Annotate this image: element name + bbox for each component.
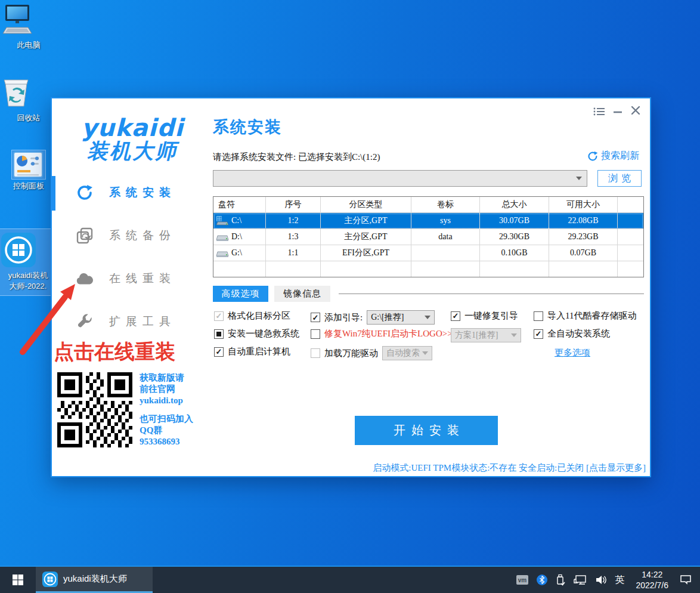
minimize-icon[interactable] [614,111,622,113]
checkbox-checked-icon[interactable]: ✓ [214,347,224,357]
nav-system-backup[interactable]: 系统备份 [52,224,213,248]
option-load-driver: 加载万能驱动 自动搜索 [311,346,432,360]
checkbox-unchecked-icon[interactable] [311,329,320,339]
usb-tray-icon[interactable] [556,574,565,586]
image-file-select[interactable] [213,170,587,187]
control-panel-icon [12,150,45,179]
option-add-boot[interactable]: ✓ 添加引导: G:\[推荐] [311,310,435,325]
option-fix-boot[interactable]: ✓ 一键修复引导 [451,310,518,322]
boot-drive-select[interactable]: G:\[推荐] [367,310,435,325]
windows-logo-icon [13,575,23,585]
action-center-icon[interactable] [680,575,692,585]
chevron-down-icon [576,177,582,180]
desktop-icon-label: 回收站 [17,113,41,122]
disk-drive-icon [216,231,229,242]
plan-select: 方案1[推荐] [451,328,521,342]
disk-drive-icon [216,248,229,258]
option-format-partition[interactable]: ✓ 格式化目标分区 [214,310,290,322]
qr-caption-qq: 也可扫码加入 QQ群 953368693 [140,413,193,447]
close-icon[interactable] [631,106,640,115]
tab-image-info[interactable]: 镜像信息 [274,286,330,302]
desktop-icon-label: 此电脑 [17,41,41,50]
menu-icon[interactable] [593,107,605,116]
bluetooth-icon[interactable] [537,575,547,585]
divider [339,294,644,294]
nav-system-install[interactable]: 系统安装 [52,181,213,205]
table-row-d-drive[interactable]: D:\ 1:3 主分区,GPT data 29.30GB 29.23GB [213,229,643,245]
checkbox-indeterminate-icon[interactable] [214,329,224,339]
qq-qr-code [55,370,135,450]
option-rescue-system[interactable]: 安装一键急救系统 [214,328,299,339]
table-empty-row [213,261,643,277]
checkbox-checked-icon[interactable]: ✓ [451,311,460,321]
page-title: 系统安装 [213,116,282,138]
windows-drive-icon [216,215,229,226]
yukaidi-app-icon [0,231,56,268]
select-file-label: 请选择系统安装文件: 已选择安装到C:\(1:2) [213,152,380,163]
more-options-link[interactable]: 更多选项 [555,347,590,359]
taskbar: yukaidi装机大师 vm [0,566,700,593]
search-refresh-button[interactable]: 搜索刷新 [587,150,639,162]
annotation-text: 点击在线重装 [54,338,175,366]
checkbox-unchecked-icon[interactable] [534,311,543,321]
system-tray: vm [512,567,700,593]
vmware-tray-icon[interactable]: vm [516,575,528,585]
table-row-g-drive[interactable]: G:\ 1:1 EFI分区,GPT 0.10GB 0.07GB [213,245,643,261]
desktop-icon-recycle-bin[interactable]: 回收站 [1,75,57,123]
wrench-icon [76,313,94,331]
driver-search-select: 自动搜索 [382,346,432,360]
yukaidi-app-icon [42,571,58,588]
start-install-button[interactable]: 开始安装 [355,416,498,445]
network-icon[interactable] [574,575,587,585]
clock-date: 2022/7/6 [636,580,669,591]
volume-icon[interactable] [595,575,607,585]
option-full-auto[interactable]: ✓ 全自动安装系统 [534,328,610,339]
cloud-icon [76,270,94,288]
browse-button[interactable]: 浏览 [597,170,642,187]
desktop-icon-label: 控制面板 [13,181,44,190]
nav-online-reinstall[interactable]: 在线重装 [52,267,213,291]
backup-icon [76,227,94,245]
option-plan-select: 方案1[推荐] [451,328,521,342]
tab-advanced-options[interactable]: 高级选项 [213,286,268,302]
clock-time: 14:22 [636,569,669,580]
option-auto-restart[interactable]: ✓ 自动重启计算机 [214,346,290,357]
nav-extended-tools[interactable]: 扩展工具 [52,310,213,333]
ime-indicator[interactable]: 英 [615,574,625,586]
checkbox-checked-icon[interactable]: ✓ [311,313,320,322]
recycle-bin-icon [1,75,57,111]
option-import-driver[interactable]: 导入11代酷睿存储驱动 [534,310,636,322]
table-header: 盘符 序号 分区类型 卷标 总大小 可用大小 [213,197,643,213]
app-logo: yukaidi 装机大师 [52,115,213,162]
this-pc-icon [1,4,57,38]
desktop-icon-yukaidi[interactable]: yukaidi装机 大师-2022. [0,229,56,295]
refresh-icon [587,151,598,162]
boot-status-text[interactable]: 启动模式:UEFI TPM模块状态:不存在 安全启动:已关闭 [点击显示更多] [373,462,646,474]
start-button[interactable] [0,567,36,593]
refresh-icon [76,184,94,202]
clock[interactable]: 14:22 2022/7/6 [636,569,669,591]
table-row-c-drive[interactable]: C:\ 1:2 主分区,GPT sys 30.07GB 22.08GB [213,213,643,229]
taskbar-app-yukaidi[interactable]: yukaidi装机大师 [36,567,153,593]
desktop-icon-label: yukaidi装机 [8,271,48,280]
app-window: yukaidi 装机大师 系统安装 系统备份 在线重装 [51,97,651,477]
checkbox-checked-icon[interactable]: ✓ [534,329,543,339]
option-fix-win7-logo[interactable]: 修复Win7纯UEFI启动卡LOGO>> [311,328,453,339]
qr-caption-website: 获取新版请 前往官网 yukaidi.top [140,372,184,406]
partition-table: 盘符 序号 分区类型 卷标 总大小 可用大小 C:\ 1:2 主分区,GPT [213,196,644,277]
desktop-icon-this-pc[interactable]: 此电脑 [1,4,57,51]
desktop-icon-label2: 大师-2022. [10,282,47,291]
taskbar-app-label: yukaidi装机大师 [63,573,127,585]
checkbox-unchecked-disabled-icon [311,348,320,358]
svg-text:vm: vm [518,577,526,583]
desktop-icon-control-panel[interactable]: 控制面板 [1,150,57,192]
checkbox-checked-disabled-icon: ✓ [214,311,224,321]
